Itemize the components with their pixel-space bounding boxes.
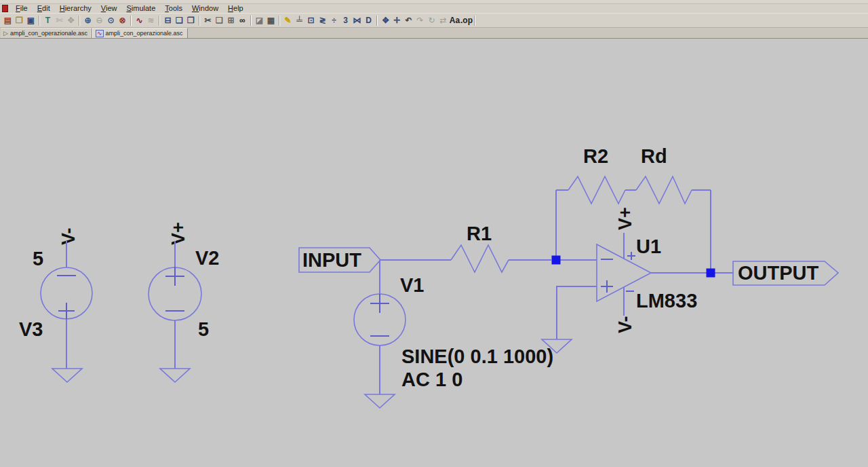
menu-item-edit[interactable]: Edit [33, 4, 55, 13]
source-name[interactable]: V3 [19, 318, 43, 340]
copy-bitmap-icon[interactable]: ◪ [254, 15, 265, 26]
source-param-ac[interactable]: AC 1 0 [401, 369, 462, 390]
component-icon[interactable]: D [363, 15, 374, 26]
run-icon[interactable]: ✄ [54, 15, 65, 26]
opamp-name[interactable]: U1 [636, 236, 661, 257]
plus-mark [165, 267, 184, 286]
resistor-symbol[interactable] [451, 245, 509, 272]
toolbar-separator [250, 16, 252, 26]
port-label[interactable]: INPUT [302, 249, 361, 271]
capacitor-icon[interactable]: ÷ [328, 15, 340, 26]
menu-item-simulate[interactable]: Simulate [121, 4, 160, 13]
menu-item-file[interactable]: File [11, 4, 33, 13]
tab-label: ampli_con_operazionale.asc [106, 30, 183, 37]
ground-symbol[interactable] [52, 369, 82, 382]
toolbar-separator [79, 16, 80, 26]
schematic-canvas[interactable]: V- 5 V3 V+ V2 5 INPUT V1 SINE(0 0.1 1000 [0, 39, 868, 467]
source-value[interactable]: 5 [198, 318, 209, 340]
menu-item-window[interactable]: Window [187, 4, 223, 13]
ground-symbol[interactable] [365, 394, 395, 408]
menu-item-tools[interactable]: Tools [160, 4, 187, 13]
resistor-symbol[interactable] [636, 176, 692, 204]
output-port[interactable]: OUTPUT [733, 261, 838, 285]
toolbar: ▤❐▣T✄✥⊕⊖⊙⊗∿≋⊟❏❐✂❏⊞∞◪▦✎╧⊡≷÷3⋈D✥✛↶↷↻⇄Aa.op [0, 13, 868, 28]
plus-mark [370, 294, 389, 313]
schematic-view-icon[interactable]: ≋ [145, 15, 157, 26]
net-label-vminus[interactable]: V- [58, 227, 79, 245]
redo-icon[interactable]: ↷ [414, 15, 426, 26]
find-icon[interactable]: ∞ [237, 15, 248, 26]
resistor-rd[interactable]: Rd [636, 145, 711, 204]
input-port[interactable]: INPUT [299, 248, 380, 272]
source-param-sine[interactable]: SINE(0 0.1 1000) [401, 345, 553, 367]
ground-icon[interactable]: ╧ [294, 15, 305, 26]
paste-icon[interactable]: ⊞ [225, 15, 237, 26]
new-schematic-icon[interactable]: ▤ [2, 15, 14, 26]
resistor-r1[interactable]: R1 [451, 223, 551, 272]
zoom-extents-icon[interactable]: ⊙ [105, 15, 117, 26]
opamp-model[interactable]: LM833 [636, 290, 697, 312]
drag-icon[interactable]: ✛ [391, 15, 403, 26]
voltage-source-v3[interactable]: V- 5 V3 [19, 227, 92, 382]
ground-symbol[interactable] [160, 369, 190, 382]
undo-icon[interactable]: ↶ [403, 15, 414, 26]
menu-item-help[interactable]: Help [223, 4, 248, 13]
resistor-icon[interactable]: ≷ [317, 15, 328, 26]
resistor-symbol[interactable] [568, 176, 625, 204]
pan-hand-icon[interactable]: ✥ [65, 15, 77, 26]
menu-item-view[interactable]: View [96, 4, 122, 13]
tab-1[interactable]: ▷ampli_con_operazionale.asc [1, 28, 92, 38]
rotate-icon[interactable]: ↻ [426, 15, 437, 26]
schematic-svg: V- 5 V3 V+ V2 5 INPUT V1 SINE(0 0.1 1000 [0, 39, 868, 467]
print-icon[interactable]: ▦ [265, 15, 277, 26]
wire-pencil-icon[interactable]: ✎ [282, 15, 294, 26]
resistor-name[interactable]: Rd [641, 145, 667, 167]
mirror-icon[interactable]: ⇄ [437, 15, 449, 26]
cascade-windows-2-icon[interactable]: ❐ [185, 15, 197, 26]
tile-windows-icon[interactable]: ⊟ [162, 15, 174, 26]
voltage-source-v1[interactable]: V1 SINE(0 0.1 1000) AC 1 0 [354, 260, 553, 408]
menu-item-hierarchy[interactable]: Hierarchy [55, 4, 96, 13]
text-icon[interactable]: Aa [449, 15, 460, 26]
junction-dot [552, 256, 561, 265]
spice-directive-icon[interactable]: .op [460, 15, 472, 26]
net-label-vminus[interactable]: V- [615, 316, 635, 333]
resistor-r2[interactable]: R2 [556, 145, 625, 204]
tab-2[interactable]: ∿ampli_con_operazionale.asc [92, 28, 188, 38]
source-name[interactable]: V1 [400, 274, 424, 296]
schematic-doc-icon: ▷ [3, 31, 8, 37]
opamp-u1[interactable]: V+ V- U1 LM833 [597, 207, 697, 333]
voltage-source-v2[interactable]: V+ V2 5 [149, 222, 219, 382]
resistor-name[interactable]: R1 [467, 223, 492, 244]
net-label-vplus[interactable]: V+ [168, 222, 189, 245]
resistor-name[interactable]: R2 [583, 145, 608, 167]
menu-bar: FileEditHierarchyViewSimulateToolsWindow… [0, 4, 868, 13]
wire[interactable] [557, 286, 597, 339]
waveform-viewer-icon[interactable]: ∿ [134, 15, 145, 26]
noninverting-input-mark [601, 280, 613, 293]
app-icon [2, 5, 8, 12]
cascade-windows-icon[interactable]: ❏ [174, 15, 185, 26]
toolbar-separator [130, 16, 132, 26]
halt-hammer-icon[interactable]: T [42, 15, 54, 26]
source-name[interactable]: V2 [195, 247, 219, 269]
net-label-icon[interactable]: ⊡ [305, 15, 317, 26]
net-label-vplus[interactable]: V+ [615, 207, 635, 230]
toolbar-separator [199, 16, 200, 26]
open-icon[interactable]: ❐ [14, 15, 25, 26]
toolbar-separator [474, 16, 475, 26]
zoom-redraw-icon[interactable]: ⊗ [117, 15, 128, 26]
zoom-in-icon[interactable]: ⊕ [82, 15, 94, 26]
diode-icon[interactable]: ⋈ [351, 15, 363, 26]
save-icon[interactable]: ▣ [25, 15, 37, 26]
toolbar-separator [39, 16, 40, 26]
cut-icon[interactable]: ✂ [202, 15, 214, 26]
plus-mark [58, 303, 75, 319]
source-value[interactable]: 5 [33, 248, 43, 269]
port-label[interactable]: OUTPUT [738, 262, 819, 284]
vplus-pin-mark [627, 252, 635, 260]
inductor-icon[interactable]: 3 [340, 15, 351, 26]
copy-icon[interactable]: ❏ [214, 15, 225, 26]
zoom-out-icon[interactable]: ⊖ [94, 15, 105, 26]
move-icon[interactable]: ✥ [380, 15, 391, 26]
